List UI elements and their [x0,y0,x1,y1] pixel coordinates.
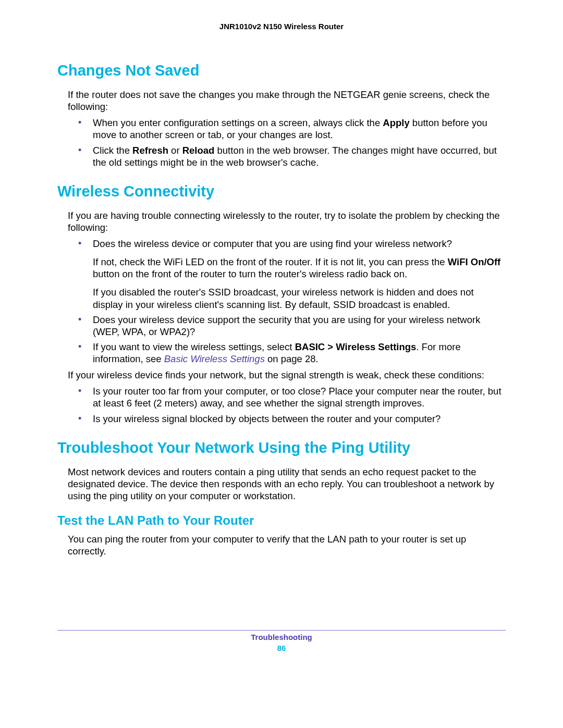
sub-paragraph: If you disabled the router's SSID broadc… [93,286,506,310]
bold-text: Reload [182,145,215,156]
list-item: When you enter configuration settings on… [78,117,506,141]
heading-wireless-connectivity: Wireless Connectivity [57,183,506,200]
sub-paragraph: If not, check the WiFi LED on the front … [93,256,506,280]
bold-text: Apply [383,117,409,128]
list-item: Click the Refresh or Reload button in th… [78,144,506,168]
running-header: JNR1010v2 N150 Wireless Router [57,22,506,31]
list-item: Does your wireless device support the se… [78,314,506,338]
list-item: Does the wireless device or computer tha… [78,238,506,311]
list-item: Is your wireless signal blocked by objec… [78,413,506,425]
paragraph: You can ping the router from your comput… [68,533,506,557]
footer-divider [57,630,506,631]
document-page: JNR1010v2 N150 Wireless Router Changes N… [0,0,563,652]
text: When you enter configuration settings on… [93,117,383,128]
heading-changes-not-saved: Changes Not Saved [57,62,506,79]
text: Does the wireless device or computer tha… [93,238,452,249]
paragraph: Most network devices and routers contain… [68,466,506,502]
bullet-list: When you enter configuration settings on… [78,117,506,168]
bullet-list: Is your router too far from your compute… [78,385,506,424]
paragraph: If your wireless device finds your netwo… [68,369,506,381]
paragraph: If the router does not save the changes … [68,89,506,113]
list-item: If you want to view the wireless setting… [78,341,506,365]
bullet-list: Does the wireless device or computer tha… [78,238,506,365]
cross-reference-link[interactable]: Basic Wireless Settings [164,353,265,364]
heading-troubleshoot-ping: Troubleshoot Your Network Using the Ping… [57,439,506,456]
bold-text: BASIC > Wireless Settings [295,341,417,352]
page-footer: Troubleshooting 86 [57,633,506,652]
text: or [168,145,182,156]
bold-text: Refresh [132,145,168,156]
text: If you want to view the wireless setting… [93,341,295,352]
paragraph: If you are having trouble connecting wir… [68,209,506,233]
list-item: Is your router too far from your compute… [78,385,506,409]
text: button on the front of the router to tur… [93,268,407,279]
bold-text: WiFI On/Off [448,256,501,267]
text: Click the [93,145,132,156]
footer-chapter: Troubleshooting [251,633,312,641]
subheading-test-lan-path: Test the LAN Path to Your Router [57,513,506,528]
text: If not, check the WiFi LED on the front … [93,256,448,267]
footer-page-number: 86 [57,644,506,652]
text: on page 28. [265,353,319,364]
